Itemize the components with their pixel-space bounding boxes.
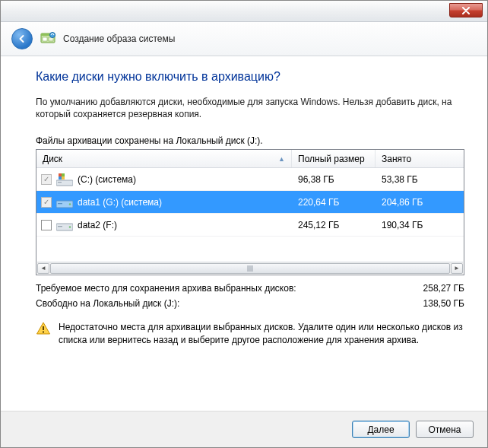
- header-title: Создание образа системы: [63, 33, 175, 44]
- free-space-value: 138,50 ГБ: [423, 298, 464, 309]
- close-icon: [461, 7, 471, 14]
- next-button[interactable]: Далее: [352, 421, 410, 438]
- include-checkbox: ✓: [41, 174, 52, 185]
- back-button[interactable]: [11, 28, 33, 49]
- scroll-thumb[interactable]: [50, 263, 450, 274]
- scroll-right-button[interactable]: ►: [451, 263, 463, 274]
- free-space-label: Свободно на Локальный диск (J:):: [36, 298, 179, 309]
- hard-drive-icon: [56, 195, 73, 209]
- hard-drive-icon: [56, 218, 73, 232]
- warning-text: Недостаточно места для архивации выбранн…: [59, 321, 464, 345]
- column-used-label: Занято: [382, 154, 411, 164]
- scroll-track[interactable]: [50, 263, 450, 274]
- svg-rect-18: [43, 326, 44, 330]
- include-checkbox: ✓: [41, 197, 52, 208]
- sort-indicator-icon: ▲: [278, 155, 285, 163]
- svg-rect-11: [62, 176, 65, 180]
- svg-rect-16: [58, 226, 62, 227]
- column-size-label: Полный размер: [298, 154, 365, 164]
- footer: Далее Отмена: [1, 411, 487, 447]
- disk-table: Диск ▲ Полный размер Занято ✓(C:) (систе…: [36, 149, 464, 275]
- svg-rect-6: [58, 182, 62, 183]
- horizontal-scrollbar[interactable]: ◄ ►: [37, 262, 463, 274]
- svg-rect-2: [43, 37, 47, 41]
- svg-rect-19: [43, 332, 44, 333]
- cell-size: 220,64 ГБ: [292, 197, 376, 208]
- cell-used: 204,86 ГБ: [376, 197, 464, 208]
- summary: Требуемое место для сохранения архива вы…: [36, 283, 464, 309]
- table-header: Диск ▲ Полный размер Занято: [36, 150, 464, 168]
- wizard-window: Создание образа системы Какие диски нужн…: [0, 0, 488, 448]
- disk-label: data1 (G:) (система): [78, 197, 162, 208]
- saved-location: Файлы архивации сохранены на Локальный д…: [36, 135, 464, 146]
- table-row[interactable]: ✓(C:) (система)96,38 ГБ53,38 ГБ: [36, 168, 464, 191]
- column-disk[interactable]: Диск ▲: [36, 150, 292, 167]
- cancel-button[interactable]: Отмена: [416, 421, 474, 438]
- disk-label: (C:) (система): [78, 174, 136, 185]
- warning-icon: [36, 321, 51, 336]
- arrow-left-icon: [17, 33, 27, 44]
- page-title: Какие диски нужно включить в архивацию?: [36, 70, 464, 84]
- titlebar: [1, 1, 487, 22]
- svg-rect-9: [62, 173, 65, 176]
- svg-point-4: [50, 33, 55, 38]
- app-icon: [40, 31, 55, 46]
- table-row[interactable]: ✓data1 (G:) (система)220,64 ГБ204,86 ГБ: [36, 191, 464, 214]
- close-button[interactable]: [449, 3, 483, 17]
- svg-rect-8: [59, 173, 62, 176]
- cell-disk: data2 (F:): [36, 218, 292, 232]
- column-size[interactable]: Полный размер: [292, 150, 376, 167]
- header: Создание образа системы: [1, 22, 487, 56]
- windows-drive-icon: [56, 173, 73, 186]
- warning: Недостаточно места для архивации выбранн…: [36, 321, 464, 345]
- disk-label: data2 (F:): [78, 220, 117, 230]
- column-used[interactable]: Занято: [376, 150, 464, 167]
- svg-rect-5: [56, 180, 73, 186]
- cell-used: 53,38 ГБ: [376, 174, 464, 185]
- required-space-label: Требуемое место для сохранения архива вы…: [36, 283, 296, 294]
- table-row[interactable]: data2 (F:)245,12 ГБ190,34 ГБ: [36, 214, 464, 237]
- cell-disk: ✓(C:) (система): [36, 173, 292, 186]
- table-body: ✓(C:) (система)96,38 ГБ53,38 ГБ✓data1 (G…: [36, 168, 464, 237]
- content: Какие диски нужно включить в архивацию? …: [1, 56, 487, 346]
- cell-disk: ✓data1 (G:) (система): [36, 195, 292, 209]
- svg-rect-10: [59, 176, 62, 180]
- scroll-left-button[interactable]: ◄: [37, 263, 49, 274]
- svg-point-17: [69, 226, 71, 227]
- include-checkbox[interactable]: [41, 220, 52, 230]
- description: По умолчанию добавляются диски, необходи…: [36, 96, 464, 120]
- cell-size: 96,38 ГБ: [292, 174, 376, 185]
- cell-used: 190,34 ГБ: [376, 220, 464, 230]
- svg-rect-13: [58, 203, 62, 204]
- cell-size: 245,12 ГБ: [292, 220, 376, 230]
- svg-point-14: [69, 203, 71, 205]
- column-disk-label: Диск: [43, 154, 62, 164]
- required-space-value: 258,27 ГБ: [423, 283, 464, 294]
